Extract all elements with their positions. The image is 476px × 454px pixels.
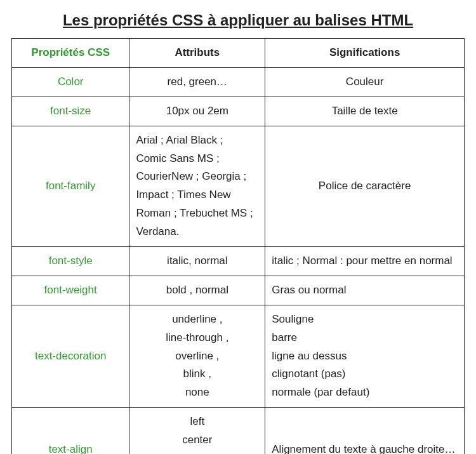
prop-cell: text-align: [12, 408, 129, 454]
css-properties-table: Propriétés CSS Attributs Significations …: [11, 38, 465, 454]
table-row: font-weightbold , normalGras ou normal: [12, 276, 465, 305]
sig-cell: Police de caractère: [265, 126, 465, 246]
attr-cell: Arial ; Arial Black ; Comic Sans MS ; Co…: [129, 126, 265, 246]
table-row: Colorred, green…Couleur: [12, 67, 465, 97]
attr-cell: left center right justify: [129, 408, 265, 454]
attr-cell: bold , normal: [129, 276, 265, 305]
table-row: text-alignleft center right justifyAlign…: [12, 408, 465, 454]
sig-cell: Gras ou normal: [265, 276, 465, 305]
attr-cell: 10px ou 2em: [129, 97, 265, 126]
sig-cell: Souligne barre ligne au dessus clignotan…: [265, 305, 465, 407]
table-row: font-size10px ou 2emTaille de texte: [12, 97, 465, 126]
sig-cell: Alignement du texte à gauche droite…: [265, 408, 465, 454]
sig-cell: italic ; Normal : pour mettre en normal: [265, 247, 465, 276]
attr-cell: underline , line-through , overline , bl…: [129, 305, 265, 407]
header-prop: Propriétés CSS: [12, 39, 129, 68]
prop-cell: Color: [12, 67, 129, 97]
sig-cell: Taille de texte: [265, 97, 465, 126]
page-title: Les propriétés CSS à appliquer au balise…: [11, 11, 465, 29]
table-body: Colorred, green…Couleurfont-size10px ou …: [12, 67, 465, 454]
prop-cell: font-style: [12, 247, 129, 276]
attr-cell: red, green…: [129, 67, 265, 97]
prop-cell: font-family: [12, 126, 129, 246]
header-attr: Attributs: [129, 39, 265, 68]
table-header-row: Propriétés CSS Attributs Significations: [12, 39, 465, 68]
prop-cell: font-weight: [12, 276, 129, 305]
attr-cell: italic, normal: [129, 247, 265, 276]
prop-cell: text-decoration: [12, 305, 129, 407]
table-row: font-familyArial ; Arial Black ; Comic S…: [12, 126, 465, 246]
sig-cell: Couleur: [265, 67, 465, 97]
table-row: font-styleitalic, normalitalic ; Normal …: [12, 247, 465, 276]
table-row: text-decorationunderline , line-through …: [12, 305, 465, 407]
prop-cell: font-size: [12, 97, 129, 126]
header-sig: Significations: [265, 39, 465, 68]
